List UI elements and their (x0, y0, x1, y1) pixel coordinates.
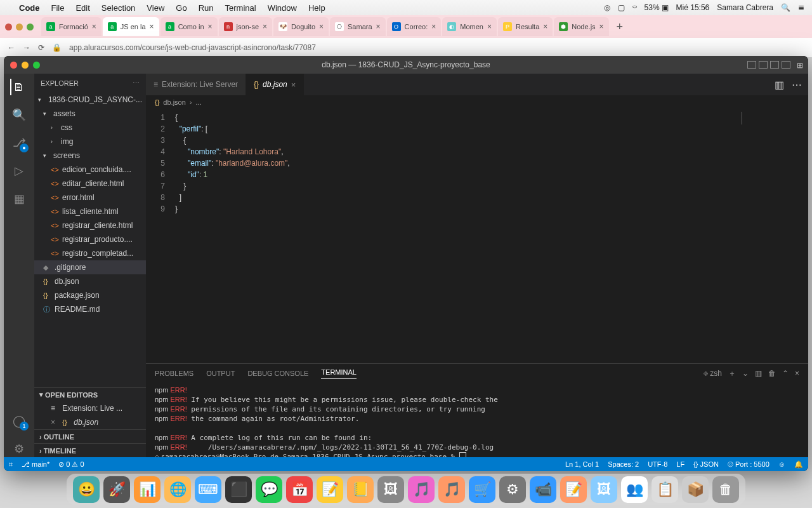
dock-app-icon[interactable]: 📊 (134, 476, 160, 503)
wifi-icon[interactable]: ⌔ (632, 3, 637, 12)
status-problems[interactable]: ⊘ 0 ⚠ 0 (58, 460, 84, 469)
layout-icon[interactable]: ⊞ (793, 61, 802, 69)
explorer-icon[interactable]: 🗎 (10, 79, 27, 95)
tab-dbjson[interactable]: {}db.json× (246, 74, 304, 95)
dock-app-icon[interactable]: 🎵 (438, 476, 465, 503)
chrome-tab-4[interactable]: 🐶Doguito× (273, 17, 329, 36)
dock-app-icon[interactable]: 🚀 (103, 476, 130, 503)
dock-app-icon[interactable]: 📝 (317, 476, 343, 503)
folder-screens[interactable]: ▾screens (34, 149, 146, 163)
open-editors-section[interactable]: ▾ OPEN EDITORS (34, 387, 146, 401)
split-editor-icon[interactable]: ▥ (775, 79, 784, 91)
chrome-tab-0[interactable]: aFormació× (41, 17, 102, 36)
dock-app-icon[interactable]: ⬛ (225, 476, 252, 503)
nav-back-icon[interactable]: ← (8, 43, 15, 52)
file-item[interactable]: <>edicion_concluida.... (34, 163, 146, 177)
dock-app-icon[interactable]: 🖼 (377, 476, 404, 503)
panel-tab-output[interactable]: OUTPUT (206, 370, 235, 377)
dock-app-icon[interactable]: ⚙ (499, 476, 526, 503)
open-editor-item[interactable]: ≡ Extension: Live ... (34, 401, 146, 415)
terminal-dropdown-icon[interactable]: ⌄ (742, 369, 749, 378)
editor-more-icon[interactable]: ⋯ (792, 79, 802, 91)
new-tab-button[interactable]: + (610, 20, 630, 34)
menu-window[interactable]: Window (268, 3, 297, 13)
dock-app-icon[interactable]: 📝 (560, 476, 587, 503)
folder-img[interactable]: ›img (34, 135, 146, 149)
status-cursor[interactable]: Ln 1, Col 1 (565, 460, 599, 469)
minimap[interactable] (741, 112, 804, 124)
menu-help[interactable]: Help (308, 3, 325, 13)
panel-close-icon[interactable]: × (795, 369, 799, 378)
panel-tab-terminal[interactable]: TERMINAL (321, 368, 357, 379)
dock-app-icon[interactable]: 👥 (621, 476, 648, 503)
dock-app-icon[interactable]: 📒 (347, 476, 374, 503)
dock-app-icon[interactable]: 📹 (530, 476, 556, 503)
file-item[interactable]: <>editar_cliente.html (34, 177, 146, 190)
file-item[interactable]: <>lista_cliente.html (34, 204, 146, 218)
chrome-tab-6[interactable]: OCorreo:× (387, 17, 442, 36)
status-lang[interactable]: {} JSON (693, 460, 719, 469)
clock[interactable]: Mié 15:56 (676, 3, 710, 12)
nav-reload-icon[interactable]: ⟳ (38, 43, 44, 52)
tab-liveserver[interactable]: ≡Extension: Live Server (146, 74, 246, 95)
traffic-min-icon[interactable] (22, 62, 29, 69)
nav-fwd-icon[interactable]: → (23, 43, 30, 52)
file-item[interactable]: <>error.html (34, 190, 146, 204)
creative-cloud-icon[interactable]: ◎ (604, 3, 610, 12)
status-bell-icon[interactable]: 🔔 (794, 460, 803, 469)
file-item[interactable]: <>registrar_cliente.html (34, 218, 146, 232)
new-terminal-icon[interactable]: ＋ (728, 368, 736, 379)
account-icon[interactable]: ◯1 (11, 413, 27, 429)
traffic-close-icon[interactable] (10, 62, 17, 69)
layout-icon[interactable] (782, 61, 790, 69)
file-item[interactable]: <>registro_completad... (34, 246, 146, 260)
code-editor[interactable]: 123456789 { "perfil": [ { "nombre": "Har… (146, 109, 808, 363)
dock-app-icon[interactable]: 📦 (682, 476, 709, 503)
chrome-tab-2[interactable]: aComo in× (160, 17, 218, 36)
status-feedback-icon[interactable]: ☺ (778, 460, 785, 469)
dock-app-icon[interactable]: 🎵 (408, 476, 435, 503)
battery-status[interactable]: 53% ▣ (645, 3, 669, 12)
menu-run[interactable]: Run (199, 3, 214, 13)
folder-assets[interactable]: ▾assets (34, 107, 146, 121)
scm-icon[interactable]: ⎇● (11, 135, 27, 151)
dock-app-icon[interactable]: 📅 (286, 476, 313, 503)
open-editor-item[interactable]: × {}db.json (34, 415, 146, 429)
control-center-icon[interactable]: ≣ (798, 3, 804, 12)
dock-app-icon[interactable]: 📋 (652, 476, 678, 503)
menu-file[interactable]: File (51, 3, 65, 13)
menu-view[interactable]: View (147, 3, 164, 13)
panel-tab-debug[interactable]: DEBUG CONSOLE (247, 370, 308, 377)
status-eol[interactable]: LF (676, 460, 684, 469)
search-icon[interactable]: 🔍 (11, 107, 27, 123)
menubar-app[interactable]: Code (19, 3, 40, 13)
airplay-icon[interactable]: ▢ (618, 3, 625, 12)
status-spaces[interactable]: Spaces: 2 (608, 460, 639, 469)
dock-app-icon[interactable]: ⌨ (195, 476, 221, 503)
menubar-user[interactable]: Samara Cabrera (717, 3, 773, 12)
file-item[interactable]: <>registrar_producto.... (34, 232, 146, 246)
status-encoding[interactable]: UTF-8 (648, 460, 667, 469)
layout-icon[interactable] (747, 61, 756, 69)
panel-max-icon[interactable]: ⌃ (782, 369, 789, 378)
file-gitignore[interactable]: ◆.gitignore (34, 260, 146, 274)
status-liveserver[interactable]: ⦾ Port : 5500 (728, 460, 769, 469)
chrome-tab-1[interactable]: aJS en la× (103, 17, 159, 36)
status-remote-icon[interactable]: ⌗ (9, 460, 13, 469)
outline-section[interactable]: › OUTLINE (34, 429, 146, 443)
kill-terminal-icon[interactable]: 🗑 (768, 369, 776, 378)
chrome-tab-7[interactable]: ◐Momen× (442, 17, 497, 36)
spotlight-icon[interactable]: 🔍 (781, 3, 790, 12)
terminal-output[interactable]: npm ERR! npm ERR! If you believe this mi… (146, 383, 808, 457)
dock-app-icon[interactable]: 🗑 (712, 476, 739, 503)
menu-selection[interactable]: Selection (102, 3, 135, 13)
settings-icon[interactable]: ⚙ (11, 441, 27, 457)
split-terminal-icon[interactable]: ▥ (755, 369, 762, 378)
dock-app-icon[interactable]: 🛒 (469, 476, 495, 503)
status-branch[interactable]: ⎇ main* (22, 460, 49, 469)
folder-css[interactable]: ›css (34, 121, 146, 135)
address-bar[interactable]: app.aluracursos.com/course/js-web-crud-j… (69, 43, 804, 52)
chrome-tab-3[interactable]: njson-se× (219, 17, 272, 36)
layout-icon[interactable] (759, 61, 768, 69)
file-packagejson[interactable]: {}package.json (34, 288, 146, 302)
